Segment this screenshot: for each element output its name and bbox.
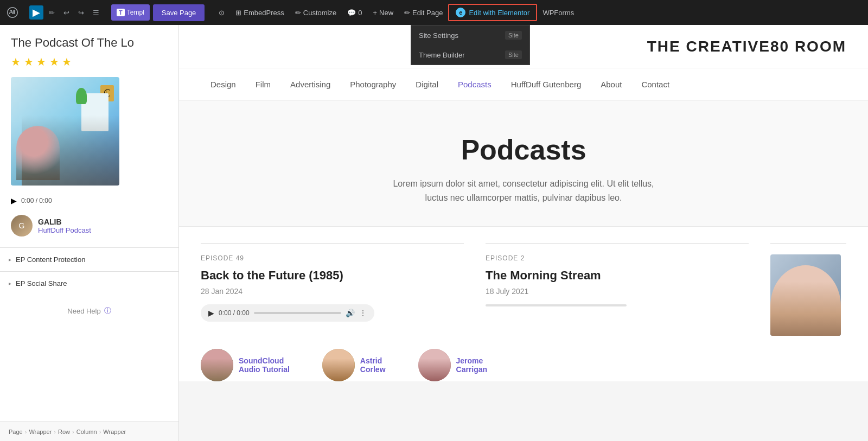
episode-49-play-icon[interactable]: ▶ [208,309,214,317]
bc-column[interactable]: Column [76,429,97,435]
nav-about[interactable]: About [591,68,631,101]
arrow-right-icon: ▸ [9,257,11,263]
wpforms-item[interactable]: WPForms [537,0,579,25]
nav-huffduff[interactable]: HuffDuff Gutenberg [501,68,591,101]
edit-elementor-label: Edit with Elementor [469,9,529,17]
page-hero: Podcasts Lorem ipsum dolor sit amet, con… [179,101,868,227]
ep-social-share-header[interactable]: ▸ EP Social Share [0,272,178,295]
panel-play-button[interactable]: ▶ [11,196,17,205]
site-settings-badge: Site [505,31,522,40]
bc-sep-2: › [54,429,56,435]
thumbnail-bg: ℂ [11,77,119,186]
wp-icon-item[interactable]: ⊙ [213,0,230,25]
top-bar: ▶ ✏ ↩ ↪ ☰ T Templ Save Page ⊙ ⊞ EmbedPre… [0,0,868,25]
menu-button[interactable]: ☰ [90,7,103,19]
bc-row[interactable]: Row [58,429,70,435]
episode-photo-col [770,243,846,336]
episode-card-49: EPISODE 49 Back to the Future (1985) 28 … [201,243,464,336]
episode-2-label: EPISODE 2 [486,254,749,262]
episode-card-2: EPISODE 2 The Morning Stream 18 July 202… [486,243,749,336]
template-icon: T [117,9,125,16]
podcast-thumbnail: ℂ [11,77,119,186]
site-settings-label: Site Settings [419,31,458,40]
wordpress-logo[interactable] [0,0,25,25]
theme-builder-item[interactable]: Theme Builder Site [411,45,529,65]
bc-sep-3: › [72,429,74,435]
panel-audio-player: ▶ 0:00 / 0:00 [11,192,168,209]
wpforms-label: WPForms [542,9,574,17]
nav-film[interactable]: Film [246,68,280,101]
ep-content-protection-header[interactable]: ▸ EP Content Protection [0,248,178,271]
add-new-button[interactable]: ▶ [29,5,43,20]
edit-with-elementor-button[interactable]: e Edit with Elementor [448,4,537,21]
save-page-button[interactable]: Save Page [153,4,205,21]
podcast-preview: The Podcast Of The Lo ★ ★ ★ ★ ★ ℂ ▶ 0: [0,25,178,247]
episode-2-date: 18 July 2021 [486,287,749,296]
panel-author-name: GALIB [38,218,91,226]
nav-design[interactable]: Design [201,68,246,101]
redo-button[interactable]: ↪ [75,7,87,19]
main-content: THE CREATIVE80 ROOM Design Film Advertis… [179,25,868,441]
author-name-soundcloud[interactable]: SoundCloudAudio Tutorial [239,356,290,374]
need-help-section: Need Help ⓘ [0,295,178,327]
star-rating: ★ ★ ★ ★ ★ [11,55,168,68]
volume-icon[interactable]: 🔊 [346,309,355,317]
author-card-jerome: JeromeCarrigan [418,349,488,381]
site-nav: Design Film Advertising Photography Digi… [179,68,868,101]
site-settings-item[interactable]: Site Settings Site [411,25,529,45]
edit-page-label: Edit Page [412,9,443,17]
embedpress-item[interactable]: ⊞ EmbedPress [230,0,289,25]
bc-page[interactable]: Page [9,429,23,435]
info-icon[interactable]: ⓘ [104,306,111,316]
nav-advertising[interactable]: Advertising [280,68,340,101]
ep-social-share-label: EP Social Share [16,279,67,287]
page-description: Lorem ipsum dolor sit amet, consectetur … [388,177,659,204]
bc-wrapper-1[interactable]: Wrapper [29,429,52,435]
edit-page-item[interactable]: ✏ Edit Page [399,0,448,25]
authors-row: SoundCloudAudio Tutorial AstridCorlew Je… [179,336,868,381]
nav-contact[interactable]: Contact [631,68,679,101]
nav-digital[interactable]: Digital [406,68,448,101]
plus-icon: + [373,9,377,17]
new-label: New [379,9,393,17]
ep-social-share-section: ▸ EP Social Share [0,271,178,295]
panel-author-podcast[interactable]: HuffDuff Podcast [38,226,91,234]
edit-icon: ✏ [404,9,410,17]
episode-2-title: The Morning Stream [486,269,749,283]
comments-item[interactable]: 💬 0 [342,0,367,25]
bc-wrapper-2[interactable]: Wrapper [103,429,126,435]
pencil-button[interactable]: ✏ [46,7,58,19]
customize-label: Customize [303,9,336,17]
template-button[interactable]: T Templ [111,4,150,21]
ep-content-protection-label: EP Content Protection [16,255,85,264]
author-name-astrid[interactable]: AstridCorlew [360,356,386,374]
need-help-label: Need Help [67,307,100,315]
undo-button[interactable]: ↩ [60,7,73,19]
theme-builder-badge: Site [505,50,522,59]
podcast-title: The Podcast Of The Lo [11,36,168,50]
author-photo-jerome [418,349,451,381]
comments-count: 0 [358,9,362,17]
arrow-right-icon-2: ▸ [9,280,11,286]
nav-photography[interactable]: Photography [340,68,406,101]
episode-49-player: ▶ 0:00 / 0:00 🔊 ⋮ [201,304,374,322]
more-icon[interactable]: ⋮ [359,309,367,317]
elementor-panel: The Podcast Of The Lo ★ ★ ★ ★ ★ ℂ ▶ 0: [0,25,179,441]
elementor-e-icon: e [456,8,465,17]
episode-49-progress[interactable] [254,312,341,314]
author-name-jerome[interactable]: JeromeCarrigan [456,356,488,374]
panel-author-section: G GALIB HuffDuff Podcast [11,215,168,237]
author-card-soundcloud: SoundCloudAudio Tutorial [201,349,290,381]
nav-podcasts[interactable]: Podcasts [448,68,501,101]
author-photo-astrid [322,349,355,381]
new-item[interactable]: + New [367,0,399,25]
panel-content: The Podcast Of The Lo ★ ★ ★ ★ ★ ℂ ▶ 0: [0,25,178,441]
bc-sep-4: › [99,429,101,435]
episode-49-date: 28 Jan 2024 [201,287,464,296]
wp-circle-icon: ⊙ [219,9,225,17]
plant-decor [76,88,87,104]
episodes-section: EPISODE 49 Back to the Future (1985) 28 … [179,227,868,336]
customize-item[interactable]: ✏ Customize [290,0,342,25]
embedpress-icon: ⊞ [235,9,241,17]
admin-bar: ⊙ ⊞ EmbedPress ✏ Customize 💬 0 + New ✏ E… [209,0,868,25]
